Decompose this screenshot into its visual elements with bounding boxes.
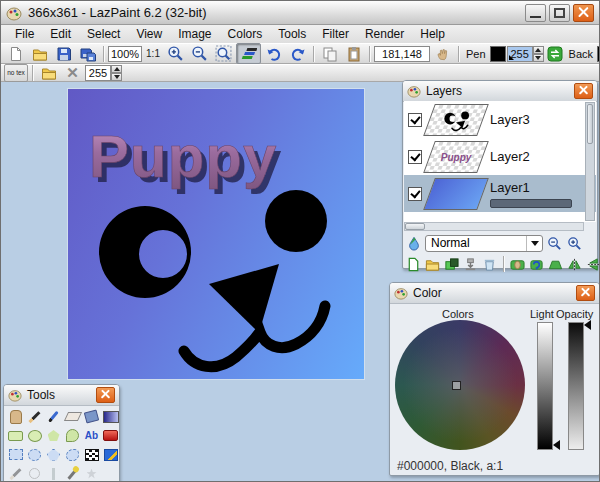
layer2-visible-checkbox[interactable] (408, 150, 422, 164)
menu-file[interactable]: File (7, 26, 42, 42)
zoom-level-field[interactable]: 100% (108, 46, 142, 62)
tool-select-ellipse[interactable] (26, 447, 43, 463)
tool-rotate-selection[interactable] (45, 466, 62, 482)
tool-select-free[interactable] (64, 447, 81, 463)
rotate-layer-button[interactable] (528, 256, 545, 273)
texture-alpha-down[interactable] (111, 73, 122, 81)
close-button[interactable] (573, 4, 594, 22)
tool-hand[interactable] (7, 409, 24, 425)
copy-button[interactable] (318, 44, 341, 63)
tools-close-button[interactable] (96, 387, 115, 403)
layers-horizontal-scrollbar[interactable] (404, 222, 584, 231)
layer-name[interactable]: Layer1 (490, 180, 572, 195)
menu-view[interactable]: View (128, 26, 170, 42)
pen-alpha-down[interactable] (533, 54, 544, 62)
tool-curve[interactable] (64, 428, 81, 444)
layers-vertical-scrollbar[interactable] (585, 102, 595, 221)
layer3-visible-checkbox[interactable] (408, 113, 422, 127)
menu-select[interactable]: Select (79, 26, 128, 42)
save-as-button[interactable] (76, 44, 99, 63)
tool-color-picker[interactable] (45, 409, 62, 425)
maximize-button[interactable] (549, 4, 570, 22)
tool-deformation-grid[interactable] (83, 447, 100, 463)
layer-row-layer1-selected[interactable]: Layer1 (404, 175, 596, 212)
tool-gradient[interactable] (102, 409, 119, 425)
no-texture-button[interactable]: no tex (4, 64, 28, 82)
layers-zoom-out-button[interactable] (546, 235, 563, 252)
pen-alpha-value[interactable]: 255 (507, 46, 533, 62)
pen-alpha-up[interactable] (533, 46, 544, 54)
duplicate-layer-button[interactable] (443, 256, 460, 273)
layer1-opacity-slider[interactable] (490, 199, 572, 208)
color-close-button[interactable] (576, 285, 595, 301)
open-file-button[interactable] (28, 44, 51, 63)
menu-render[interactable]: Render (357, 26, 412, 42)
texture-alpha-up[interactable] (111, 65, 122, 73)
blend-mode-dropdown[interactable]: Normal (425, 235, 543, 252)
tool-select-pen[interactable] (7, 466, 24, 482)
color-wheel[interactable] (395, 320, 525, 450)
zoom-original-button[interactable]: 1:1 (143, 44, 163, 63)
layers-zoom-in-button[interactable] (566, 235, 583, 252)
tool-select-poly[interactable] (45, 447, 62, 463)
tool-flood-fill[interactable] (83, 409, 100, 425)
paste-button[interactable] (342, 44, 365, 63)
tool-rectangle[interactable] (7, 428, 24, 444)
save-button[interactable] (52, 44, 75, 63)
swap-colors-button[interactable] (545, 44, 565, 63)
menu-edit[interactable]: Edit (42, 26, 79, 42)
tool-ellipse[interactable] (26, 428, 43, 444)
layer-name[interactable]: Layer3 (490, 112, 530, 127)
tool-pencil[interactable] (26, 409, 43, 425)
redo-button[interactable] (286, 44, 309, 63)
image-canvas[interactable]: Puppy Puppy (68, 89, 364, 379)
zoom-in-button[interactable] (164, 44, 187, 63)
tools-panel-titlebar[interactable]: Tools (4, 385, 119, 406)
opacity-slider-marker[interactable] (584, 320, 591, 330)
opacity-slider[interactable] (568, 322, 584, 450)
menu-filter[interactable]: Filter (314, 26, 357, 42)
menu-colors[interactable]: Colors (220, 26, 271, 42)
menu-help[interactable]: Help (412, 26, 453, 42)
layer-row-layer3[interactable]: Layer3 (404, 101, 596, 138)
tool-magic-wand[interactable] (102, 447, 119, 463)
tool-select-rect[interactable] (7, 447, 24, 463)
scrollbar-thumb[interactable] (405, 223, 425, 230)
minimize-button[interactable] (525, 4, 546, 22)
hand-cursor-button[interactable] (431, 44, 454, 63)
remove-texture-button[interactable]: ✕ (61, 64, 84, 83)
pen-alpha-spinner[interactable]: 255 (507, 46, 544, 62)
pen-color-swatch[interactable] (490, 46, 506, 62)
tool-deformation[interactable] (102, 428, 119, 444)
color-panel-titlebar[interactable]: Color (390, 283, 599, 304)
layer-row-layer2[interactable]: Puppy Layer2 (404, 138, 596, 175)
move-layer-button[interactable] (509, 256, 526, 273)
scrollbar-thumb[interactable] (587, 104, 593, 144)
toggle-layers-button[interactable] (236, 43, 261, 64)
menu-tools[interactable]: Tools (270, 26, 314, 42)
vertical-flip-button[interactable] (585, 256, 600, 273)
layer-name[interactable]: Layer2 (490, 149, 530, 164)
undo-button[interactable] (262, 44, 285, 63)
load-texture-button[interactable] (37, 64, 60, 83)
layer1-visible-checkbox[interactable] (408, 187, 422, 201)
zoom-out-button[interactable] (188, 44, 211, 63)
menu-image[interactable]: Image (170, 26, 219, 42)
new-file-button[interactable] (4, 44, 27, 63)
horizontal-flip-button[interactable] (566, 256, 583, 273)
tool-text[interactable]: Ab (83, 428, 100, 444)
add-layer-button[interactable] (405, 256, 422, 273)
zoom-fit-button[interactable] (212, 44, 235, 63)
dropdown-arrow[interactable] (526, 236, 542, 251)
open-layer-button[interactable] (424, 256, 441, 273)
delete-layer-button[interactable] (481, 256, 498, 273)
layers-panel-titlebar[interactable]: Layers (403, 81, 597, 102)
texture-alpha-value[interactable]: 255 (85, 65, 111, 81)
tool-noise[interactable] (83, 466, 100, 482)
light-slider[interactable] (537, 322, 553, 450)
merge-layer-button[interactable] (462, 256, 479, 273)
zoom-layer-button[interactable] (547, 256, 564, 273)
texture-alpha-spinner[interactable]: 255 (85, 65, 122, 81)
tool-pick-color[interactable] (64, 466, 81, 482)
layers-close-button[interactable] (574, 83, 593, 99)
